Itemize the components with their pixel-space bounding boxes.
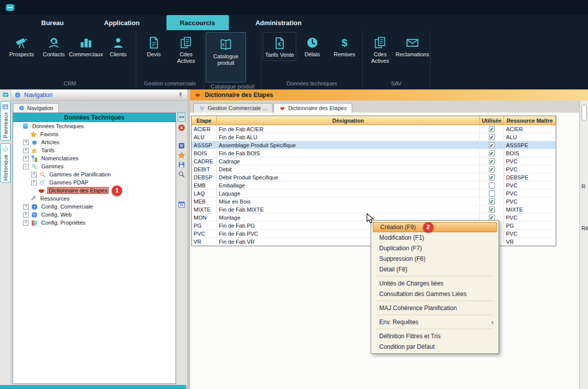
tree-expander[interactable]: − bbox=[23, 164, 29, 169]
ribbon-tab-administration[interactable]: Administration bbox=[242, 15, 315, 30]
ribbon-button-label: Remises bbox=[333, 51, 355, 58]
tree-expander[interactable]: + bbox=[23, 140, 29, 145]
table-row-alu[interactable]: ALUFin de Fab ALU✓ALU bbox=[192, 133, 556, 141]
vertical-scrollbar-thumb[interactable] bbox=[581, 105, 587, 121]
cell-ressource-maitre: PVC bbox=[504, 165, 556, 173]
ribbon-button-cdes-actives[interactable]: Cdes Actives bbox=[170, 32, 202, 66]
tab-navigation[interactable]: Navigation bbox=[13, 103, 59, 113]
tree-item-config-proprietes[interactable]: +Config. Propriétés bbox=[13, 219, 176, 227]
menu-item-definition-filtres-et-tris[interactable]: Définition Filtres et Tris bbox=[372, 331, 497, 341]
menu-item-maj-coherence-planification[interactable]: MAJ Cohérence Planification bbox=[372, 303, 497, 313]
checkbox-checked[interactable]: ✓ bbox=[489, 207, 495, 213]
column-header-etape[interactable]: Etape bbox=[192, 116, 217, 125]
table-row-acier[interactable]: ACIERFin de Fab ACIER✓ACIER bbox=[192, 125, 556, 133]
table-row-cadre[interactable]: CADRECadrage✓PVC bbox=[192, 157, 556, 165]
table-row-bois[interactable]: BOISFin de Fab BOIS✓BOIS bbox=[192, 149, 556, 157]
tree-item-gammes-de-planification[interactable]: +Gammes de Planification bbox=[13, 170, 176, 178]
dock-tab-panneaux[interactable]: Panneaux bbox=[1, 101, 11, 141]
checkbox-unchecked[interactable] bbox=[489, 190, 495, 197]
table-row-debit[interactable]: DEBITDebit✓PVC bbox=[192, 165, 556, 173]
ribbon-tab-application[interactable]: Application bbox=[91, 15, 153, 30]
close-panel-button[interactable] bbox=[178, 124, 186, 132]
dock-tab-historique[interactable]: Historique bbox=[1, 143, 11, 183]
table-row-meb[interactable]: MEBMise en Bois✓PVC bbox=[192, 198, 556, 206]
tree-expander[interactable]: + bbox=[23, 220, 29, 226]
tree-expander[interactable]: + bbox=[23, 204, 29, 210]
ribbon-button-prospects[interactable]: Prospects bbox=[6, 32, 38, 60]
tree-item-tarifs[interactable]: +Tarifs bbox=[13, 146, 176, 154]
cell-ressource-maitre: PVC bbox=[504, 189, 556, 197]
menu-item-condition-par-defaut[interactable]: Condition par Défaut bbox=[372, 341, 497, 352]
ribbon-button-tarifs-vente[interactable]: €Tarifs Vente bbox=[263, 32, 296, 61]
ribbon-button-reclamations[interactable]: Reclamations bbox=[396, 32, 429, 60]
ribbon-button-devis[interactable]: Devis bbox=[138, 32, 170, 60]
ribbon-button-commerciaux[interactable]: Commerciaux bbox=[70, 32, 102, 60]
keypad-button[interactable] bbox=[178, 142, 186, 150]
tree-expander[interactable]: + bbox=[23, 212, 29, 218]
table-row-emb[interactable]: EMBEmballagePVC bbox=[192, 181, 556, 189]
checkbox-checked[interactable]: ✓ bbox=[489, 142, 495, 148]
tree-item-nomenclatures[interactable]: +Nomenclatures bbox=[13, 154, 176, 162]
tree-item-gammes-pdap[interactable]: +Gammes PDAP bbox=[13, 178, 176, 186]
checkbox-checked[interactable]: ✓ bbox=[489, 199, 495, 205]
ribbon-button-remises[interactable]: $Remises bbox=[328, 32, 361, 60]
checkbox-checked[interactable]: ✓ bbox=[489, 174, 495, 180]
checkbox-checked[interactable]: ✓ bbox=[489, 166, 495, 172]
tree-item-dictionnaire-des-etapes[interactable]: Dictionnaire des Etapes1 bbox=[13, 186, 176, 194]
menu-item-duplication-f7[interactable]: Duplication (F7) bbox=[372, 243, 497, 253]
ribbon-tab-bureau[interactable]: Bureau bbox=[28, 15, 77, 30]
checkbox-checked[interactable]: ✓ bbox=[489, 215, 495, 221]
ribbon-tab-raccourcis[interactable]: Raccourcis bbox=[166, 15, 229, 30]
checkbox-unchecked[interactable] bbox=[489, 182, 495, 188]
collapse-panel-button[interactable]: >> bbox=[178, 113, 186, 122]
table-row-mixte[interactable]: MIXTEFin de Fab MIXTE✓MIXTE bbox=[192, 206, 556, 214]
ribbon-button-contacts[interactable]: Contacts bbox=[38, 32, 70, 60]
table-row-asssp[interactable]: ASSSPAssemblage Produit Spécifique✓ASSSP… bbox=[192, 141, 556, 149]
calendar-icon: 21 bbox=[178, 201, 186, 209]
save-button[interactable] bbox=[178, 161, 186, 169]
tree-expander[interactable]: + bbox=[31, 180, 37, 185]
tree-item-favoris[interactable]: Favoris bbox=[13, 130, 176, 138]
document-tab-dictionnaire-des-etapes[interactable]: Dictionnaire des Etapes bbox=[274, 103, 352, 113]
cell-designation: Emballage bbox=[217, 181, 480, 189]
tree-item-gammes[interactable]: −Gammes bbox=[13, 162, 176, 170]
favorites-button[interactable] bbox=[178, 151, 186, 159]
search-button[interactable] bbox=[178, 170, 186, 178]
globe-icon bbox=[31, 211, 38, 219]
horizontal-scrollbar[interactable] bbox=[0, 385, 186, 389]
document-tab-gestion-commerciale[interactable]: Gestion Commerciale ... bbox=[193, 103, 273, 113]
tree-item-config-commerciale[interactable]: +?Config. Commerciale bbox=[13, 203, 176, 211]
tree-item-ressources[interactable]: Ressources bbox=[13, 194, 176, 203]
tree-item-articles[interactable]: +Articles bbox=[13, 138, 176, 146]
table-row-debsp[interactable]: DEBSPDébit Produit Spécifique✓DEBSPE bbox=[192, 173, 556, 181]
tree-item-config-web[interactable]: +Config. Web bbox=[13, 211, 176, 219]
tree-expander[interactable]: + bbox=[23, 156, 29, 161]
menu-item-modification-f1[interactable]: Modification (F1) bbox=[372, 232, 497, 243]
tree-expander[interactable]: + bbox=[23, 148, 29, 153]
tree-item-donnees-techniques[interactable]: Données Techniques bbox=[13, 122, 176, 130]
menu-item-detail-f8[interactable]: Détail (F8) bbox=[372, 264, 497, 274]
checkbox-checked[interactable]: ✓ bbox=[489, 126, 495, 132]
calendar-button[interactable]: 21 bbox=[178, 201, 186, 209]
checkbox-checked[interactable]: ✓ bbox=[489, 158, 495, 164]
menu-item-creation-f9[interactable]: Création (F9)2 bbox=[373, 222, 497, 232]
column-header-designation[interactable]: Désignation bbox=[217, 116, 480, 125]
menu-item-suppression-f6[interactable]: Suppression (F6) bbox=[372, 253, 497, 264]
ribbon-button-catalogue-produit[interactable]: €Catalogue produit bbox=[206, 32, 246, 82]
tree-expander[interactable]: + bbox=[31, 172, 37, 177]
ribbon-button-delais[interactable]: Délais bbox=[296, 32, 328, 60]
right-collapsed-panel[interactable]: RRè bbox=[579, 101, 588, 389]
ribbon-button-clients[interactable]: Clients bbox=[102, 32, 134, 60]
column-header-utilisee[interactable]: Utilisée bbox=[480, 116, 504, 125]
cell-etape: BOIS bbox=[192, 149, 217, 157]
menu-item-consultation-des-gammes-liees[interactable]: Consultation des Gammes Liées bbox=[372, 288, 497, 299]
lips-icon bbox=[279, 106, 286, 111]
checkbox-checked[interactable]: ✓ bbox=[489, 134, 495, 140]
checkbox-checked[interactable]: ✓ bbox=[489, 150, 495, 156]
table-row-laq[interactable]: LAQLaquagePVC bbox=[192, 189, 556, 198]
menu-item-unites-de-charges-liees[interactable]: Unités de Charges liées bbox=[372, 278, 497, 288]
ribbon-button-cdes-actives[interactable]: Cdes Actives bbox=[364, 32, 396, 66]
pin-icon[interactable] bbox=[177, 91, 184, 99]
column-header-ressource-maitre[interactable]: Ressource Maître bbox=[504, 116, 556, 125]
menu-item-env-requetes[interactable]: Env. Requêtes› bbox=[372, 317, 497, 327]
